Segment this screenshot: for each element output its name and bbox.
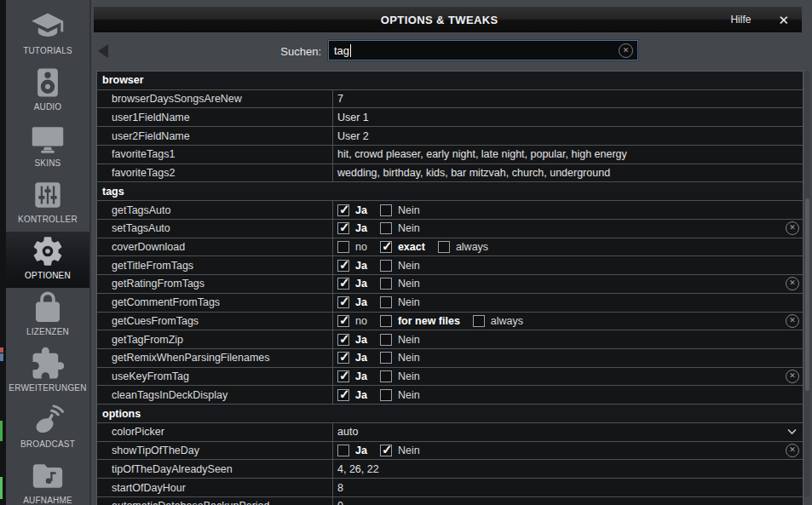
setting-row-startOfDayHour[interactable]: startOfDayHour8 (97, 479, 803, 497)
checkbox-ja[interactable] (337, 278, 349, 290)
checkbox-label: Ja (355, 352, 367, 364)
checkbox-nein[interactable] (380, 278, 392, 290)
sidebar-item-kontroller[interactable]: KONTROLLER (6, 175, 89, 232)
checkbox-label: Nein (398, 278, 420, 290)
sidebar-item-tutorials[interactable]: TUTORIALS (6, 7, 89, 63)
checkbox-ja[interactable] (337, 445, 349, 456)
checkbox-ja[interactable] (337, 222, 349, 234)
setting-row-showTipOfTheDay[interactable]: showTipOfTheDayJaNein✕ (97, 442, 803, 461)
checkbox-ja[interactable] (337, 370, 349, 382)
monitor-icon (29, 121, 66, 158)
setting-name: coverDownload (97, 238, 333, 256)
settings-table: browserbrowserDaysSongsAreNew7user1Field… (96, 71, 803, 505)
checkbox-label: Ja (355, 260, 367, 272)
help-button[interactable]: Hilfe (730, 14, 751, 26)
setting-name: favoriteTags1 (97, 146, 333, 164)
checkbox-label: Nein (398, 334, 420, 346)
setting-row-automaticDatabaseBackupPeriod[interactable]: automaticDatabaseBackupPeriod0 (97, 497, 803, 505)
setting-name: favoriteTags2 (97, 164, 333, 182)
checkbox-nein[interactable] (380, 260, 392, 272)
setting-row-getTagFromZip[interactable]: getTagFromZipJaNein (97, 330, 803, 349)
gear-icon (29, 233, 66, 271)
reset-icon[interactable]: ✕ (786, 221, 799, 235)
setting-value[interactable]: User 2 (337, 130, 369, 142)
checkbox-always[interactable] (473, 315, 485, 327)
setting-row-coverDownload[interactable]: coverDownloadnoexactalways (97, 238, 803, 257)
checkbox-nein[interactable] (380, 389, 392, 401)
setting-row-getTitleFromTags[interactable]: getTitleFromTagsJaNein (97, 256, 803, 275)
sidebar-item-audio[interactable]: AUDIO (6, 63, 89, 119)
checkbox-ja[interactable] (337, 296, 349, 308)
checkbox-nein[interactable] (380, 222, 392, 234)
setting-name: useKeyFromTag (97, 368, 333, 386)
setting-row-getTagsAuto[interactable]: getTagsAutoJaNein (97, 201, 803, 220)
setting-row-tipOfTheDayAlreadySeen[interactable]: tipOfTheDayAlreadySeen4, 26, 22 (97, 460, 803, 479)
dialog-titlebar: OPTIONS & TWEAKS Hilfe ✕ (94, 7, 802, 32)
sidebar-item-optionen[interactable]: OPTIONEN (6, 232, 89, 288)
setting-row-getRemixWhenParsingFilenames[interactable]: getRemixWhenParsingFilenamesJaNein (97, 349, 803, 368)
setting-row-colorPicker[interactable]: colorPickerauto (97, 423, 803, 442)
checkbox-ja[interactable] (337, 334, 349, 346)
setting-row-favoriteTags1[interactable]: favoriteTags1hit, crowd pleaser, early n… (97, 146, 803, 164)
checkbox-exact[interactable] (380, 241, 392, 253)
checkbox-nein[interactable] (380, 352, 392, 364)
setting-value[interactable]: User 1 (337, 112, 369, 123)
reset-icon[interactable]: ✕ (786, 370, 799, 383)
chevron-down-icon[interactable] (787, 429, 797, 435)
sidebar-item-lizenzen[interactable]: LIZENZEN (6, 288, 89, 344)
reset-icon[interactable]: ✕ (786, 314, 799, 328)
setting-value[interactable]: 8 (337, 482, 343, 494)
setting-row-setTagsAuto[interactable]: setTagsAutoJaNein✕ (97, 220, 803, 238)
setting-row-useKeyFromTag[interactable]: useKeyFromTagJaNein✕ (97, 368, 803, 387)
setting-row-getRatingFromTags[interactable]: getRatingFromTagsJaNein✕ (97, 275, 803, 294)
checkbox-nein[interactable] (380, 296, 392, 308)
background-app-strip (0, 0, 6, 505)
checkbox-ja[interactable] (337, 204, 349, 216)
setting-value-cell: 8 (333, 479, 803, 496)
checkbox-always[interactable] (438, 241, 450, 253)
checkbox-ja[interactable] (337, 389, 349, 401)
checkbox-no[interactable] (337, 241, 349, 253)
search-input[interactable]: tag ✕ (328, 40, 638, 60)
checkbox-ja[interactable] (337, 352, 349, 364)
scrollbar[interactable] (804, 71, 810, 496)
antenna-icon (29, 402, 66, 439)
checkbox-for-new-files[interactable] (380, 315, 392, 327)
sidebar-item-skins[interactable]: SKINS (6, 119, 89, 175)
checkbox-ja[interactable] (337, 260, 349, 272)
setting-row-getCuesFromTags[interactable]: getCuesFromTagsnofor new filesalways✕ (97, 313, 803, 331)
checkbox-nein[interactable] (380, 204, 392, 216)
setting-value[interactable]: auto (337, 426, 358, 438)
scrollbar-thumb[interactable] (805, 198, 809, 391)
checkbox-label: Nein (398, 352, 420, 364)
sidebar-item-erweiterungen[interactable]: ERWEITERUNGEN (6, 344, 89, 400)
setting-value[interactable]: wedding, birthday, kids, bar mitzvah, ch… (337, 167, 610, 179)
checkbox-label: Ja (355, 389, 367, 401)
setting-row-getCommentFromTags[interactable]: getCommentFromTagsJaNein (97, 294, 803, 313)
sidebar-item-aufnahme[interactable]: AUFNAHME (6, 456, 89, 505)
setting-row-browserDaysSongsAreNew[interactable]: browserDaysSongsAreNew7 (97, 90, 803, 109)
setting-name: showTipOfTheDay (97, 442, 333, 460)
folder-music-icon (29, 458, 66, 496)
setting-row-user1FieldName[interactable]: user1FieldNameUser 1 (97, 108, 803, 127)
setting-value[interactable]: 4, 26, 22 (337, 463, 379, 475)
checkbox-no[interactable] (337, 315, 349, 327)
setting-row-user2FieldName[interactable]: user2FieldNameUser 2 (97, 127, 803, 146)
search-input-value: tag (334, 44, 349, 57)
search-clear-icon[interactable]: ✕ (619, 43, 633, 58)
checkbox-nein[interactable] (380, 445, 392, 456)
setting-value[interactable]: hit, crowd pleaser, early night, late ni… (337, 148, 627, 160)
section-header-browser: browser (97, 72, 803, 90)
checkbox-nein[interactable] (380, 334, 392, 346)
checkbox-nein[interactable] (380, 370, 392, 382)
setting-row-favoriteTags2[interactable]: favoriteTags2wedding, birthday, kids, ba… (97, 164, 803, 183)
close-icon[interactable]: ✕ (778, 14, 789, 26)
setting-row-cleanTagsInDeckDisplay[interactable]: cleanTagsInDeckDisplayJaNein (97, 386, 803, 405)
setting-name: startOfDayHour (97, 479, 333, 496)
setting-value[interactable]: 7 (337, 93, 343, 105)
reset-icon[interactable]: ✕ (786, 277, 799, 290)
sidebar-item-broadcast[interactable]: BROADCAST (6, 400, 89, 456)
graduation-cap-icon (29, 9, 66, 46)
setting-value[interactable]: 0 (337, 500, 343, 505)
reset-icon[interactable]: ✕ (786, 444, 799, 457)
